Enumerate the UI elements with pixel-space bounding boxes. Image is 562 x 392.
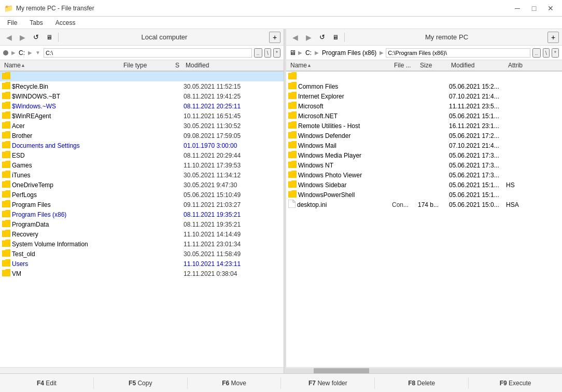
list-item[interactable]: System Volume Information11.11.2021 23:0…: [0, 239, 284, 249]
right-address-input[interactable]: [386, 48, 530, 58]
folder-icon: [2, 190, 10, 199]
list-item[interactable]: $WINDOWS.~BT08.11.2021 19:41:25: [0, 91, 284, 101]
menu-access[interactable]: Access: [52, 18, 79, 27]
file-type: Con...: [392, 201, 418, 208]
list-item[interactable]: Test_old30.05.2021 11:58:49: [0, 249, 284, 259]
list-item[interactable]: [286, 72, 562, 81]
footer-btn-f7[interactable]: F7 New folder: [281, 377, 375, 389]
list-item[interactable]: Internet Explorer07.10.2021 21:4...: [286, 91, 562, 101]
file-name: Brother: [12, 132, 32, 139]
menu-tabs[interactable]: Tabs: [26, 18, 46, 27]
list-item[interactable]: Windows Mail07.10.2021 21:4...: [286, 141, 562, 150]
left-col-name-header[interactable]: Name ▲: [2, 61, 121, 70]
left-col-headers: Name ▲ File type S Modified: [0, 60, 284, 72]
list-item[interactable]: desktop.iniCon...174 b...05.06.2021 15:0…: [286, 200, 562, 209]
left-forward-button[interactable]: ▶: [17, 32, 28, 43]
right-addr-c: C:: [305, 49, 312, 57]
menu-bar: File Tabs Access: [0, 17, 562, 29]
file-name: Program Files (x86): [12, 211, 66, 218]
left-addr-up[interactable]: ..: [254, 48, 262, 58]
right-col-type-header[interactable]: File ...: [392, 61, 418, 70]
left-back-button[interactable]: ◀: [3, 32, 15, 43]
list-item[interactable]: Microsoft11.11.2021 23:5...: [286, 101, 562, 111]
right-add-button[interactable]: +: [547, 32, 559, 43]
left-add-button[interactable]: +: [269, 32, 280, 43]
right-computer-button[interactable]: 🖥: [330, 32, 341, 43]
folder-icon: [2, 102, 10, 110]
right-col-name-header[interactable]: Name ▲: [288, 61, 392, 70]
list-item[interactable]: ProgramData08.11.2021 19:35:21: [0, 219, 284, 229]
list-item[interactable]: Program Files09.11.2021 21:03:27: [0, 200, 284, 209]
list-item[interactable]: Users11.10.2021 14:23:11: [0, 259, 284, 269]
folder-icon: [288, 151, 297, 160]
folder-icon: [288, 92, 297, 101]
left-col-type-header[interactable]: File type: [121, 61, 173, 70]
right-addr-root[interactable]: \: [543, 48, 550, 58]
list-item[interactable]: Windows Defender05.06.2021 17:2...: [286, 131, 562, 141]
minimize-button[interactable]: ─: [510, 3, 525, 14]
folder-icon: [2, 220, 10, 229]
file-name: Windows Media Player: [298, 152, 361, 159]
left-refresh-button[interactable]: ↺: [30, 32, 41, 43]
list-item[interactable]: Microsoft.NET05.06.2021 15:1...: [286, 111, 562, 121]
list-item[interactable]: Documents and Settings01.01.1970 3:00:00: [0, 141, 284, 150]
right-forward-button[interactable]: ▶: [303, 32, 314, 43]
left-file-list[interactable]: $Recycle.Bin30.05.2021 11:52:15$WINDOWS.…: [0, 72, 284, 367]
footer-btn-f8[interactable]: F8 Delete: [375, 377, 469, 389]
list-item[interactable]: Common Files05.06.2021 15:2...: [286, 81, 562, 91]
file-name: Common Files: [298, 83, 338, 90]
file-name: Recovery: [12, 231, 38, 238]
list-item[interactable]: VM12.11.2021 0:38:04: [0, 269, 284, 278]
list-item[interactable]: iTunes30.05.2021 11:34:12: [0, 170, 284, 180]
list-item[interactable]: Games11.10.2021 17:39:53: [0, 160, 284, 170]
list-item[interactable]: ESD08.11.2021 20:29:44: [0, 150, 284, 160]
right-addr-up[interactable]: ..: [532, 48, 541, 58]
footer-btn-f5[interactable]: F5 Copy: [94, 377, 188, 389]
list-item[interactable]: $WinREAgent10.11.2021 16:51:45: [0, 111, 284, 121]
list-item[interactable]: $Recycle.Bin30.05.2021 11:52:15: [0, 81, 284, 91]
left-computer-button[interactable]: 🖥: [44, 32, 55, 43]
list-item[interactable]: Windows Media Player05.06.2021 17:3...: [286, 150, 562, 160]
right-toolbar: ◀ ▶ ↺ 🖥 My remote PC +: [286, 29, 562, 46]
list-item[interactable]: Remote Utilities - Host16.11.2021 23:1..…: [286, 121, 562, 131]
list-item[interactable]: Recovery11.10.2021 14:14:49: [0, 229, 284, 239]
right-col-modified-header[interactable]: Modified: [449, 61, 506, 70]
list-item[interactable]: $Windows.~WS08.11.2021 20:25:11: [0, 101, 284, 111]
left-hscroll[interactable]: [0, 367, 284, 373]
right-col-size-header[interactable]: Size: [418, 61, 449, 70]
list-item[interactable]: Windows Sidebar05.06.2021 15:1...HS: [286, 180, 562, 190]
list-item[interactable]: Program Files (x86)08.11.2021 19:35:21: [0, 209, 284, 219]
folder-icon: [2, 249, 10, 258]
right-col-attrib-header[interactable]: Attrib: [506, 61, 560, 70]
folder-icon: [2, 269, 10, 278]
footer-btn-f9[interactable]: F9 Execute: [469, 377, 562, 389]
right-hscroll[interactable]: [286, 367, 562, 373]
left-addr-root[interactable]: \: [264, 48, 271, 58]
close-button[interactable]: ✕: [543, 3, 558, 14]
maximize-button[interactable]: □: [527, 3, 541, 14]
right-refresh-button[interactable]: ↺: [316, 32, 328, 43]
list-item[interactable]: Brother09.08.2021 17:59:05: [0, 131, 284, 141]
right-addr-star[interactable]: *: [552, 48, 559, 58]
left-col-size-header[interactable]: S: [173, 61, 184, 70]
file-modified: 30.05.2021 11:52:15: [184, 83, 282, 90]
left-addr-star[interactable]: *: [273, 48, 280, 58]
footer-btn-f6[interactable]: F6 Move: [188, 377, 282, 389]
right-back-button[interactable]: ◀: [289, 32, 301, 43]
list-item[interactable]: PerfLogs05.06.2021 15:10:49: [0, 190, 284, 200]
footer-btn-f4[interactable]: F4 Edit: [0, 377, 94, 389]
list-item[interactable]: Acer30.05.2021 11:30:52: [0, 121, 284, 131]
list-item[interactable]: Windows Photo Viewer05.06.2021 17:3...: [286, 170, 562, 180]
list-item[interactable]: [0, 72, 284, 81]
list-item[interactable]: WindowsPowerShell05.06.2021 15:1...: [286, 190, 562, 200]
list-item[interactable]: OneDriveTemp30.05.2021 9:47:30: [0, 180, 284, 190]
right-sort-arrow: ▲: [307, 63, 312, 68]
menu-file[interactable]: File: [4, 18, 20, 27]
list-item[interactable]: Windows NT05.06.2021 17:3...: [286, 160, 562, 170]
right-file-list[interactable]: Common Files05.06.2021 15:2...Internet E…: [286, 72, 562, 367]
window-title: My remote PC - File transfer: [16, 5, 94, 12]
left-col-modified-header[interactable]: Modified: [184, 61, 282, 70]
folder-icon: [2, 92, 10, 101]
left-address-input[interactable]: [44, 48, 252, 58]
file-name: WindowsPowerShell: [298, 191, 355, 199]
